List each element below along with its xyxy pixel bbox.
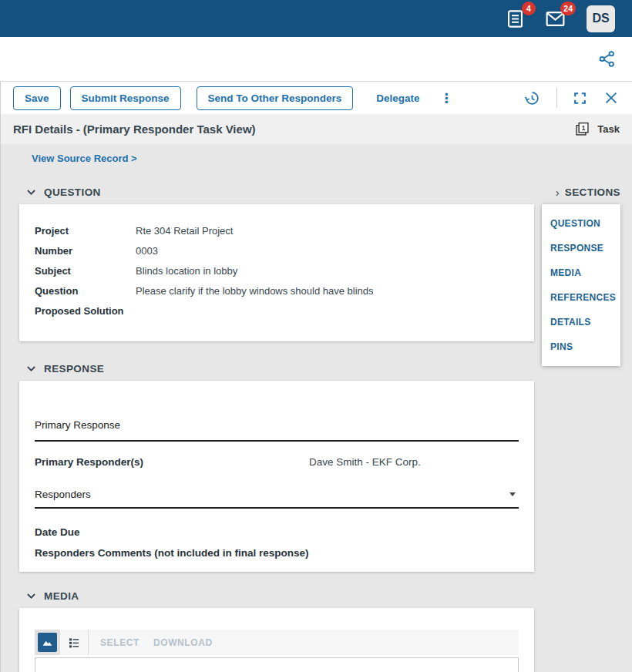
chevron-down-icon xyxy=(25,187,37,197)
primary-responders-value: Dave Smith - EKF Corp. xyxy=(309,455,421,469)
share-button[interactable] xyxy=(597,49,617,69)
svg-text:1: 1 xyxy=(582,124,586,132)
primary-responders-row: Primary Responder(s) Dave Smith - EKF Co… xyxy=(35,455,519,469)
tasks-badge: 4 xyxy=(522,2,536,15)
save-button[interactable]: Save xyxy=(13,86,61,110)
fullscreen-button[interactable] xyxy=(573,91,587,106)
field-row: Proposed Solution xyxy=(35,301,519,321)
delegate-button[interactable]: Delegate xyxy=(376,92,419,104)
rfi-details-panel: Save Submit Response Send To Other Respo… xyxy=(0,81,632,672)
media-content-area xyxy=(35,657,519,672)
question-card: Project Rte 304 Retail Project Number 00… xyxy=(19,204,534,341)
sections-nav-details[interactable]: DETAILS xyxy=(542,310,620,334)
field-row: Number 0003 xyxy=(35,241,519,261)
avatar[interactable]: DS xyxy=(587,5,615,32)
top-app-bar: 4 24 DS xyxy=(0,0,632,37)
history-icon xyxy=(523,89,541,107)
view-source-record-link[interactable]: View Source Record > xyxy=(32,153,137,164)
close-button[interactable] xyxy=(603,89,620,106)
tasks-button[interactable]: 4 xyxy=(503,7,526,30)
image-icon xyxy=(41,636,54,649)
sections-nav-references[interactable]: REFERENCES xyxy=(542,285,620,310)
task-label: Task xyxy=(597,123,620,135)
field-row: Project Rte 304 Retail Project xyxy=(35,221,519,241)
primary-responders-label: Primary Responder(s) xyxy=(35,455,309,469)
sections-nav-media[interactable]: MEDIA xyxy=(542,260,620,285)
field-row: Subject Blinds location in lobby xyxy=(35,261,519,281)
sections-nav-card: QUESTION RESPONSE MEDIA REFERENCES DETAI… xyxy=(542,204,620,366)
media-section-title: MEDIA xyxy=(44,590,79,602)
responders-label: Responders xyxy=(35,489,509,500)
panel-body: View Source Record > QUESTION Project Rt… xyxy=(1,144,632,672)
response-card: Primary Response Primary Responder(s) Da… xyxy=(19,381,534,572)
toolbar-divider xyxy=(556,88,557,108)
field-label: Subject xyxy=(35,261,136,281)
field-value: Rte 304 Retail Project xyxy=(136,221,233,241)
media-download-button[interactable]: DOWNLOAD xyxy=(153,637,213,648)
sections-title: SECTIONS xyxy=(565,186,620,198)
question-section-header[interactable]: QUESTION xyxy=(25,186,632,198)
sections-toggle[interactable]: › SECTIONS xyxy=(556,186,620,198)
overflow-menu-icon[interactable]: ⋮ xyxy=(440,92,453,105)
response-section-header[interactable]: RESPONSE xyxy=(25,363,632,375)
field-row: Question Please clarify if the lobby win… xyxy=(35,281,519,301)
question-section-title: QUESTION xyxy=(44,186,101,198)
media-grid-view-button[interactable] xyxy=(35,630,60,655)
history-button[interactable] xyxy=(523,89,541,107)
field-label: Proposed Solution xyxy=(35,301,136,321)
close-icon xyxy=(603,89,620,106)
media-section-header[interactable]: MEDIA xyxy=(25,590,632,602)
page-title: RFI Details - (Primary Responder Task Vi… xyxy=(13,123,256,136)
mail-button[interactable]: 24 xyxy=(543,7,566,30)
caret-down-icon xyxy=(509,492,516,496)
action-toolbar: Save Submit Response Send To Other Respo… xyxy=(1,82,632,114)
responders-dropdown[interactable]: Responders xyxy=(35,489,519,509)
sections-nav-response[interactable]: RESPONSE xyxy=(542,236,620,260)
media-select-button[interactable]: SELECT xyxy=(100,637,140,648)
task-stack-icon: 1 xyxy=(574,121,590,137)
primary-response-label: Primary Response xyxy=(35,419,120,431)
sections-nav-pins[interactable]: PINS xyxy=(542,334,620,359)
chevron-right-icon: › xyxy=(556,186,560,198)
image-view-tile xyxy=(38,633,57,652)
responders-comments-label: Responders Comments (not included in fin… xyxy=(35,546,519,559)
fullscreen-icon xyxy=(573,91,587,106)
response-section-title: RESPONSE xyxy=(44,363,104,375)
panel-header: RFI Details - (Primary Responder Task Vi… xyxy=(1,114,632,144)
task-type-indicator: 1 Task xyxy=(574,121,620,137)
media-list-view-button[interactable] xyxy=(60,630,88,655)
field-label: Number xyxy=(35,241,136,261)
sub-bar xyxy=(0,37,632,81)
field-value: 0003 xyxy=(136,241,158,261)
send-to-other-responders-button[interactable]: Send To Other Responders xyxy=(197,86,354,110)
sections-nav-question[interactable]: QUESTION xyxy=(542,211,620,236)
primary-response-input[interactable]: Primary Response xyxy=(35,418,519,442)
field-value: Blinds location in lobby xyxy=(136,261,237,281)
mail-badge: 24 xyxy=(560,2,576,15)
date-due-label: Date Due xyxy=(35,526,519,539)
media-card: SELECT DOWNLOAD xyxy=(19,608,534,672)
list-view-icon xyxy=(67,636,81,650)
chevron-down-icon xyxy=(25,364,37,374)
chevron-down-icon xyxy=(25,591,37,601)
field-value: Please clarify if the lobby windows shou… xyxy=(136,281,374,301)
field-label: Project xyxy=(35,221,136,241)
share-icon xyxy=(597,49,617,69)
media-toolbar-divider xyxy=(88,630,89,655)
submit-response-button[interactable]: Submit Response xyxy=(70,86,181,110)
field-label: Question xyxy=(35,281,136,301)
media-toolbar: SELECT DOWNLOAD xyxy=(35,630,519,655)
